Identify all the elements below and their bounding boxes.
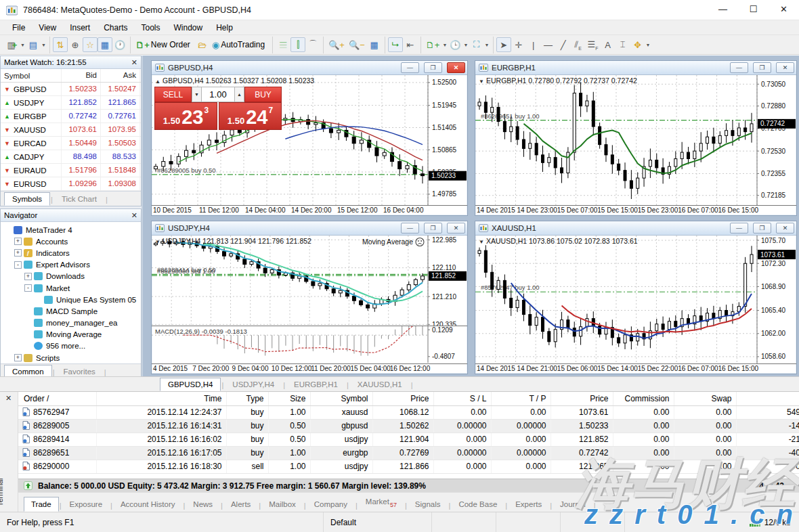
text-button[interactable]: A: [601, 37, 616, 52]
chart-tab-gbpusd-h4[interactable]: GBPUSD,H4: [160, 378, 221, 391]
market-watch-row-gbpusd[interactable]: ▼GBPUSD1.502331.50247: [1, 83, 141, 96]
templates-caret[interactable]: ▼: [484, 43, 490, 47]
sell-price-button[interactable]: 1.50233: [154, 102, 217, 130]
chart-close-button[interactable]: ✕: [447, 62, 465, 73]
chart-minimize-button[interactable]: —: [730, 62, 748, 73]
terminal-tab-trade[interactable]: Trade: [24, 497, 59, 512]
data-window-toggle[interactable]: ▦: [98, 37, 112, 52]
order-row-86289005[interactable]: 862890052015.12.16 16:14:31buy0.50gbpusd…: [18, 419, 799, 433]
chart-close-button[interactable]: ✕: [776, 223, 794, 234]
market-watch-row-eurcad[interactable]: ▼EURCAD1.504491.50503: [1, 137, 141, 150]
menu-file[interactable]: File: [5, 22, 32, 34]
history-center-button[interactable]: 🗁: [195, 37, 210, 52]
text-label-button[interactable]: ⌶: [616, 37, 630, 52]
zoom-in-button[interactable]: 🔍+: [326, 37, 347, 52]
market-watch-row-usdjpy[interactable]: ▲USDJPY121.852121.865: [1, 96, 141, 110]
terminal-close-icon[interactable]: ✕: [5, 394, 12, 403]
crosshair-window-button[interactable]: ⊕: [68, 37, 83, 52]
chart-restore-button[interactable]: ❐: [424, 223, 442, 234]
menu-window[interactable]: Window: [167, 22, 210, 34]
nav-item-metatrader-4[interactable]: MetaTrader 4: [1, 224, 141, 236]
navigator-close-icon[interactable]: ✕: [131, 212, 137, 219]
chart-area-eurgbp[interactable]: #86289651 buy 1.000.730500.728800.727050…: [475, 75, 796, 205]
market-watch-row-euraud[interactable]: ▼EURAUD1.517961.51848: [1, 164, 141, 177]
nav-item-956-more-[interactable]: 956 more...: [1, 340, 141, 352]
new-chart-button[interactable]: ▥+: [5, 37, 20, 52]
candlestick-chart-button[interactable]: ⫿: [290, 37, 305, 52]
sell-button[interactable]: SELL: [154, 87, 192, 102]
bar-chart-button[interactable]: 𝄙: [276, 37, 290, 52]
terminal-tab-journal[interactable]: Journal: [553, 497, 593, 512]
chart-restore-button[interactable]: ❐: [753, 223, 771, 234]
terminal-tab-mailbox[interactable]: Mailbox: [261, 497, 303, 512]
chart-tab-usdjpy-h4[interactable]: USDJPY,H4: [224, 378, 282, 391]
indicators-caret[interactable]: ▼: [441, 43, 448, 47]
nav-item-moving-average[interactable]: Moving Average: [1, 329, 141, 340]
nav-item-unique-eas-system-05[interactable]: Unique EAs System 05: [1, 294, 141, 305]
volume-down-button[interactable]: ▼: [192, 87, 202, 102]
menu-view[interactable]: View: [32, 22, 63, 34]
tile-windows-button[interactable]: ▦: [367, 37, 382, 52]
periods-caret[interactable]: ▼: [463, 43, 469, 47]
arrows-caret[interactable]: ▼: [645, 43, 651, 47]
new-chart-caret[interactable]: ▼: [20, 43, 26, 47]
navigator-tree[interactable]: MetaTrader 4+Accounts+ƒIndicators-Expert…: [1, 222, 141, 363]
chart-minimize-button[interactable]: —: [730, 223, 748, 234]
market-watch-close-icon[interactable]: ✕: [131, 59, 137, 66]
expand-icon[interactable]: +: [14, 354, 22, 361]
chart-window-usdjpy[interactable]: USDJPY,H4—❐✕#86289414 buy 0.50#86290000 …: [151, 221, 468, 374]
chart-close-button[interactable]: ✕: [447, 223, 465, 234]
terminal-tab-experts[interactable]: Experts: [508, 497, 549, 512]
horizontal-line-button[interactable]: —: [541, 37, 556, 52]
status-profile[interactable]: Default: [324, 512, 432, 532]
indicators-button[interactable]: 🗋+: [424, 37, 442, 52]
menu-charts[interactable]: Charts: [97, 22, 134, 34]
fibonacci-button[interactable]: ☰F: [586, 37, 601, 52]
collapse-icon[interactable]: -: [24, 284, 32, 292]
autotrading-button[interactable]: ◉AutoTrading: [210, 37, 269, 52]
new-order-button[interactable]: 🗋+New Order: [133, 37, 195, 52]
nav-item-downloads[interactable]: +Downloads: [1, 271, 141, 282]
expand-icon[interactable]: +: [14, 238, 22, 245]
chart-close-button[interactable]: ✕: [776, 62, 794, 73]
terminal-tab-signals[interactable]: Signals: [408, 497, 448, 512]
vertical-line-button[interactable]: |: [526, 37, 541, 52]
nav-item-macd-sample[interactable]: MACD Sample: [1, 305, 141, 317]
chart-shift-button[interactable]: ⇤: [403, 37, 418, 52]
favorites-button[interactable]: ☆: [83, 37, 98, 52]
terminal-tab-code-base[interactable]: Code Base: [451, 497, 504, 512]
order-row-85762947[interactable]: 857629472015.12.14 12:24:37buy1.00xauusd…: [18, 405, 799, 419]
chart-minimize-button[interactable]: —: [401, 62, 419, 73]
trendline-button[interactable]: ╱: [556, 37, 571, 52]
maximize-button[interactable]: ☐: [738, 0, 769, 20]
menu-help[interactable]: Help: [209, 22, 240, 34]
tab-tick-chart[interactable]: Tick Chart: [53, 192, 105, 206]
chart-window-gbpusd[interactable]: GBPUSD,H4—❐✕#86289005 buy 0.501.525001.5…: [151, 60, 468, 216]
equidistant-channel-button[interactable]: ⫽E: [571, 37, 586, 52]
zoom-out-button[interactable]: 🔍−: [347, 37, 367, 52]
terminal-tab-exposure[interactable]: Exposure: [62, 497, 110, 512]
minimize-button[interactable]: —: [708, 0, 738, 20]
chart-tab-xauusd-h1[interactable]: XAUUSD,H1: [349, 378, 410, 391]
nav-item-indicators[interactable]: +ƒIndicators: [1, 247, 141, 259]
order-row-86290000[interactable]: 862900002015.12.16 16:18:30sell1.00usdjp…: [18, 460, 799, 473]
collapse-icon[interactable]: -: [14, 261, 22, 269]
market-watch-row-cadjpy[interactable]: ▲CADJPY88.49888.533: [1, 150, 141, 164]
terminal-tab-market[interactable]: Market57: [358, 494, 404, 512]
terminal-tab-company[interactable]: Company: [307, 497, 355, 512]
profiles-caret[interactable]: ▼: [41, 43, 47, 47]
arrows-button[interactable]: ✥: [630, 37, 645, 52]
periods-button[interactable]: 🕒: [448, 37, 462, 52]
chart-area-gbpusd[interactable]: #86289005 buy 0.501.525001.519451.514051…: [152, 75, 467, 205]
chart-window-xauusd[interactable]: XAUUSD,H1—❐✕#85762947 buy 1.001075.70107…: [475, 221, 797, 374]
nav-item-money-manager-ea[interactable]: money_manager_ea: [1, 317, 141, 329]
menu-tools[interactable]: Tools: [135, 22, 167, 34]
nav-item-expert-advisors[interactable]: -Expert Advisors: [1, 259, 141, 271]
order-row-86289414[interactable]: 862894142015.12.16 16:16:02buy0.50usdjpy…: [18, 433, 799, 446]
chart-minimize-button[interactable]: —: [401, 223, 419, 234]
market-watch-table[interactable]: SymbolBidAsk▼GBPUSD1.502331.50247▲USDJPY…: [1, 69, 141, 191]
market-watch-row-eurgbp[interactable]: ▲EURGBP0.727420.72761: [1, 110, 141, 123]
profiles-button[interactable]: ▤: [26, 37, 41, 52]
chart-restore-button[interactable]: ❐: [753, 62, 771, 73]
tab-symbols[interactable]: Symbols: [4, 192, 50, 206]
